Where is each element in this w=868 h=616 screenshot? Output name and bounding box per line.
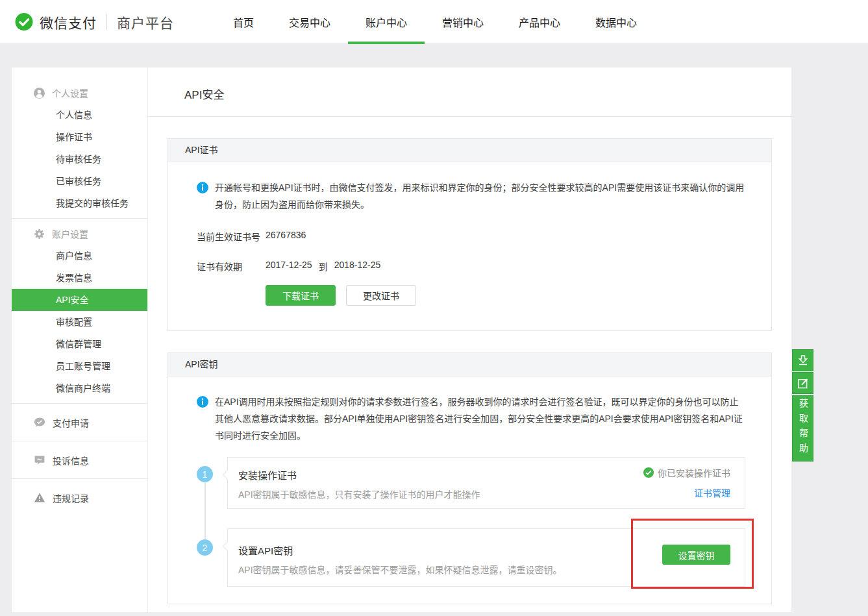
main-nav: 首页 交易中心 账户中心 营销中心 产品中心 数据中心	[216, 0, 654, 44]
speech-bubble-icon	[34, 454, 45, 465]
top-header: 微信支付 商户平台 首页 交易中心 账户中心 营销中心 产品中心 数据中心	[0, 0, 868, 44]
step-2-title: 设置API密钥	[238, 543, 730, 557]
nav-trade-center[interactable]: 交易中心	[271, 0, 348, 44]
api-key-panel-header: API密钥	[168, 353, 771, 376]
sidebar-divider	[12, 441, 147, 441]
sidebar-item-personal-info[interactable]: 个人信息	[12, 104, 147, 126]
step-1-status-text: 你已安装操作证书	[658, 466, 730, 479]
sidebar-item-reviewed[interactable]: 已审核任务	[12, 170, 147, 192]
info-icon	[197, 182, 208, 193]
get-help-button[interactable]: 获取帮助	[792, 395, 813, 462]
main-panel: API安全 API证书 开通帐号和更换API证书时，由微信支付签发，用来标识和界…	[148, 68, 791, 612]
download-help-button[interactable]	[792, 349, 813, 371]
sidebar-item-wechat-group[interactable]: 微信群管理	[12, 333, 147, 355]
sidebar-section-label: 个人设置	[52, 86, 88, 99]
sidebar-item-label: 违规记录	[53, 491, 89, 504]
download-icon	[797, 354, 810, 367]
sidebar-item-merchant-terminal[interactable]: 微信商户终端	[12, 377, 147, 399]
cert-validity-label: 证书有效期	[197, 260, 266, 273]
cert-management-link[interactable]: 证书管理	[643, 486, 730, 499]
step-2-badge: 2	[197, 539, 213, 556]
nav-product-center[interactable]: 产品中心	[501, 0, 578, 44]
page-title: API安全	[184, 86, 791, 102]
content-area: 个人设置 个人信息 操作证书 待审核任务 已审核任务 我提交的审核任务	[0, 68, 868, 612]
help-widget: 获取帮助	[792, 349, 813, 462]
wechat-pay-logo-icon	[14, 12, 34, 32]
sidebar-item-violation-record[interactable]: 违规记录	[12, 483, 147, 512]
sidebar-item-pending-review[interactable]: 待审核任务	[12, 148, 147, 170]
api-cert-panel: API证书 开通帐号和更换API证书时，由微信支付签发，用来标识和界定你的身份；…	[167, 138, 772, 331]
sidebar-item-review-config[interactable]: 审核配置	[12, 311, 147, 333]
get-help-label: 获取帮助	[792, 399, 813, 458]
sidebar-divider	[12, 403, 147, 404]
sidebar-divider	[12, 478, 147, 479]
api-cert-info-text: 开通帐号和更换API证书时，由微信支付签发，用来标识和界定你的身份；部分安全性要…	[215, 179, 745, 213]
edit-icon	[797, 377, 809, 389]
cert-number-row: 当前生效证书号 26767836	[197, 230, 745, 243]
change-cert-button[interactable]: 更改证书	[346, 285, 416, 306]
sidebar-section-account-settings: 账户设置	[12, 223, 147, 245]
step-install-cert: 1 安装操作证书 API密钥属于敏感信息，只有安装了操作证书的用户才能操作	[197, 457, 745, 509]
feedback-help-button[interactable]	[792, 372, 813, 394]
sidebar-item-label: 投诉信息	[53, 454, 89, 467]
gear-icon	[34, 228, 45, 240]
api-key-steps: 1 安装操作证书 API密钥属于敏感信息，只有安装了操作证书的用户才能操作	[197, 457, 745, 604]
brand-separator	[106, 14, 107, 30]
brand: 微信支付 商户平台	[14, 12, 174, 32]
sidebar-section-label: 账户设置	[52, 227, 88, 240]
cert-validity-from: 2017-12-25	[266, 260, 312, 273]
sidebar-item-my-submitted-review[interactable]: 我提交的审核任务	[12, 192, 147, 214]
download-cert-button[interactable]: 下载证书	[266, 285, 336, 306]
cert-button-row: 下载证书 更改证书	[266, 285, 745, 330]
step-1-badge: 1	[197, 466, 213, 482]
brand-name: 微信支付	[40, 12, 97, 32]
sidebar-item-payment-apply[interactable]: 支付申请	[12, 408, 147, 437]
step-1-status-line: 你已安装操作证书	[643, 466, 730, 479]
brand-subtitle: 商户平台	[117, 12, 174, 32]
sidebar-section-personal-settings: 个人设置	[12, 82, 147, 104]
sidebar-item-staff-account[interactable]: 员工账号管理	[12, 355, 147, 377]
cert-number-value: 26767836	[266, 230, 306, 243]
sidebar-item-invoice-info[interactable]: 发票信息	[12, 267, 147, 289]
step-set-api-key: 2 设置API密钥 API密钥属于敏感信息，请妥善保管不要泄露，如果怀疑信息泄露…	[197, 528, 745, 587]
sidebar-divider	[12, 218, 147, 219]
api-key-panel-body: 在API调用时用来按照指定规则对你的请求参数进行签名，服务器收到你的请求时会进行…	[168, 376, 771, 604]
sidebar-item-api-security[interactable]: API安全	[12, 289, 147, 311]
api-key-info-text: 在API调用时用来按照指定规则对你的请求参数进行签名，服务器收到你的请求时会进行…	[215, 393, 745, 444]
sidebar-item-merchant-info[interactable]: 商户信息	[12, 245, 147, 267]
check-circle-icon	[643, 467, 654, 478]
user-icon	[34, 88, 45, 99]
api-key-info-row: 在API调用时用来按照指定规则对你的请求参数进行签名，服务器收到你的请求时会进行…	[197, 393, 745, 444]
step-2-desc: API密钥属于敏感信息，请妥善保管不要泄露，如果怀疑信息泄露，请重设密钥。	[238, 563, 730, 576]
sidebar-item-label: 支付申请	[53, 416, 89, 429]
step-2-box: 设置API密钥 API密钥属于敏感信息，请妥善保管不要泄露，如果怀疑信息泄露，请…	[227, 528, 745, 587]
nav-marketing-center[interactable]: 营销中心	[425, 0, 501, 44]
info-icon	[197, 396, 208, 408]
api-cert-info-row: 开通帐号和更换API证书时，由微信支付签发，用来标识和界定你的身份；部分安全性要…	[197, 179, 745, 213]
cert-validity-row: 证书有效期 2017-12-25 到 2018-12-25	[197, 260, 745, 273]
sidebar: 个人设置 个人信息 操作证书 待审核任务 已审核任务 我提交的审核任务	[12, 68, 147, 612]
cert-validity-to-word: 到	[319, 260, 328, 273]
step-1-box: 安装操作证书 API密钥属于敏感信息，只有安装了操作证书的用户才能操作	[227, 457, 745, 509]
page-title-bar: API安全	[148, 68, 791, 117]
nav-data-center[interactable]: 数据中心	[578, 0, 654, 44]
warning-triangle-icon	[34, 492, 45, 503]
sidebar-item-operation-cert[interactable]: 操作证书	[12, 126, 147, 148]
api-cert-panel-header: API证书	[168, 139, 771, 162]
nav-home[interactable]: 首页	[216, 0, 271, 44]
cert-number-label: 当前生效证书号	[197, 230, 266, 243]
api-cert-panel-body: 开通帐号和更换API证书时，由微信支付签发，用来标识和界定你的身份；部分安全性要…	[168, 162, 771, 330]
step-1-status: 你已安装操作证书 证书管理	[643, 466, 730, 499]
api-key-panel: API密钥 在API调用时用来按照指定规则对你的请求参数进行签名，服务器收到你的…	[167, 352, 772, 604]
sidebar-item-complaint-info[interactable]: 投诉信息	[12, 445, 147, 474]
set-api-key-button[interactable]: 设置密钥	[662, 545, 730, 565]
nav-account-center[interactable]: 账户中心	[348, 0, 425, 44]
cert-validity-to: 2018-12-25	[334, 260, 381, 273]
chat-bubble-check-icon	[34, 417, 45, 428]
